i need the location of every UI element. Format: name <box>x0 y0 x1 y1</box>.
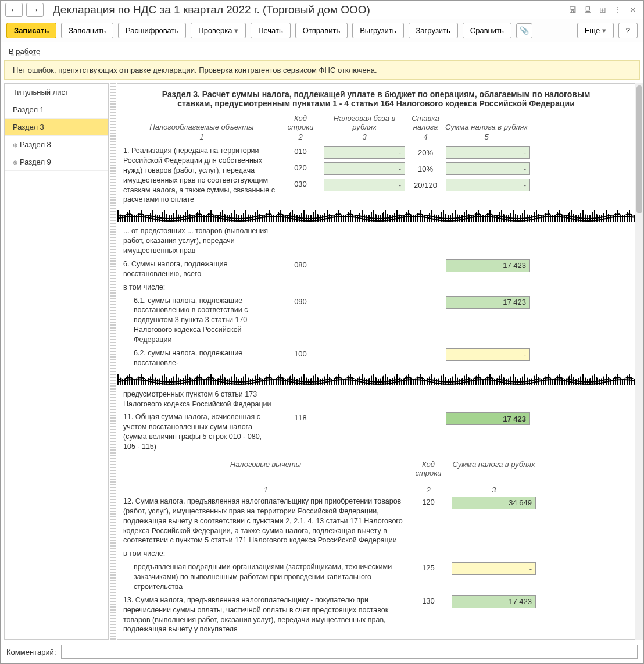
compare-button[interactable]: Сравнить <box>463 23 511 38</box>
info-bar: Нет ошибок, препятствующих отправке декл… <box>4 60 640 80</box>
tax-030[interactable] <box>446 179 530 191</box>
deductions-header: Налоговые вычеты Код строки Сумма налога… <box>123 460 629 477</box>
row-118: 11. Общая сумма налога, исчисленная с уч… <box>123 412 629 452</box>
base-030[interactable] <box>324 179 405 191</box>
sidebar-item-section1[interactable]: Раздел 1 <box>5 101 108 119</box>
fill-button[interactable]: Заполнить <box>61 23 113 38</box>
row-090: 6.1. суммы налога, подлежащие восстановл… <box>123 296 629 345</box>
row-130: 13. Сумма налога, предъявленная налогопл… <box>123 595 629 635</box>
save-icon[interactable]: 🖫 <box>567 4 578 16</box>
comment-input[interactable] <box>61 645 638 659</box>
row-100: 6.2. суммы налога, подлежащие восстановл… <box>123 348 629 368</box>
sidebar-item-section3[interactable]: Раздел 3 <box>5 119 108 136</box>
back-button[interactable]: ← <box>5 3 23 17</box>
base-010[interactable] <box>324 146 405 159</box>
forward-button[interactable]: → <box>26 3 44 17</box>
tax-130[interactable]: 17 423 <box>452 595 536 608</box>
tax-020[interactable] <box>446 162 530 175</box>
base-020[interactable] <box>324 162 405 175</box>
torn-edge <box>117 210 640 222</box>
row-010: 1. Реализация (передача на территории Ро… <box>123 146 629 205</box>
sidebar-item-section8[interactable]: ⊕Раздел 8 <box>5 136 108 153</box>
close-icon[interactable]: ✕ <box>627 4 639 16</box>
tax-100[interactable] <box>446 348 530 361</box>
vertical-scrollbar[interactable] <box>635 83 643 640</box>
calc-icon[interactable]: ⊞ <box>597 4 609 16</box>
tax-010[interactable] <box>446 146 530 159</box>
sections-sidebar: Титульный лист Раздел 1 Раздел 3 ⊕Раздел… <box>4 83 109 640</box>
save-button[interactable]: Записать <box>6 23 56 38</box>
help-button[interactable]: ? <box>618 23 638 38</box>
row-125: предъявленная подрядными организациями (… <box>123 562 629 592</box>
column-headers: Налогооблагаемые объекты Код строки Нало… <box>123 114 629 131</box>
splitter[interactable] <box>110 83 116 640</box>
sidebar-item-section9[interactable]: ⊕Раздел 9 <box>5 153 108 171</box>
tax-125[interactable] <box>452 562 536 575</box>
status-link[interactable]: В работе <box>9 47 40 56</box>
tax-118[interactable]: 17 423 <box>446 412 530 425</box>
expand-icon[interactable]: ⊕ <box>13 159 17 166</box>
decode-button[interactable]: Расшифровать <box>118 23 186 38</box>
column-numbers: 1 2 3 4 5 <box>123 133 629 141</box>
section-title: Раздел 3. Расчет суммы налога, подлежаще… <box>123 90 629 108</box>
more-button[interactable]: Еще <box>577 23 614 38</box>
row-120: 12. Сумма налога, предъявленная налогопл… <box>123 497 629 545</box>
print-icon[interactable]: 🖶 <box>582 4 593 16</box>
import-button[interactable]: Загрузить <box>409 23 458 38</box>
torn-edge <box>117 374 640 385</box>
tax-080[interactable]: 17 423 <box>446 259 530 272</box>
expand-icon[interactable]: ⊕ <box>13 142 17 148</box>
sidebar-item-title[interactable]: Титульный лист <box>5 84 108 101</box>
send-button[interactable]: Отправить <box>295 23 348 38</box>
attach-button[interactable]: 📎 <box>516 23 532 38</box>
settings-icon[interactable]: ⋮ <box>612 4 624 16</box>
tax-090[interactable]: 17 423 <box>446 296 530 309</box>
check-button[interactable]: Проверка <box>191 23 246 38</box>
comment-label: Комментарий: <box>6 648 56 656</box>
export-button[interactable]: Выгрузить <box>352 23 403 38</box>
row-080: 6. Суммы налога, подлежащие восстановлен… <box>123 259 629 279</box>
tax-120[interactable]: 34 649 <box>452 497 536 509</box>
print-button[interactable]: Печать <box>251 23 291 38</box>
section-content: Раздел 3. Расчет суммы налога, подлежаще… <box>117 83 640 640</box>
window-title: Декларация по НДС за 1 квартал 2022 г. (… <box>53 3 563 16</box>
